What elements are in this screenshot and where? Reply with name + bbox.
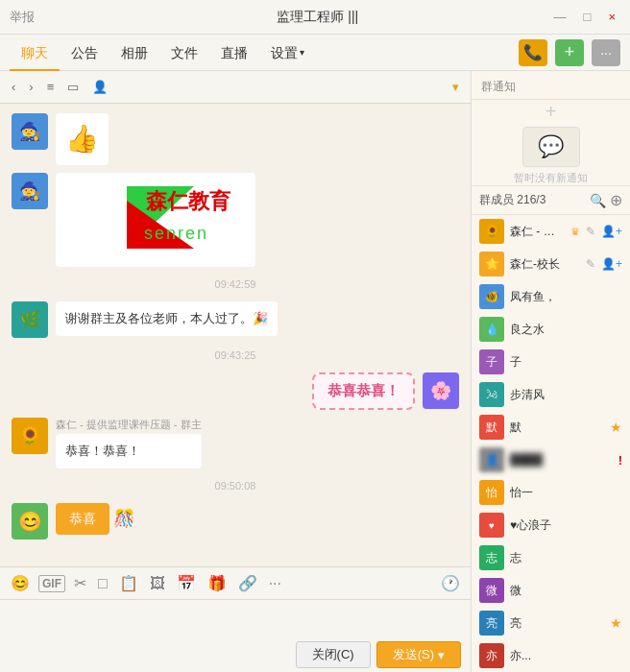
link-btn[interactable]: 🔗	[235, 572, 260, 594]
nav-file[interactable]: 文件	[159, 35, 209, 71]
member-item[interactable]: 🐠 凤有鱼，	[472, 280, 630, 313]
member-avatar: 默	[479, 415, 504, 440]
member-avatar: 🌟	[479, 252, 504, 276]
maximize-btn[interactable]: □	[579, 8, 596, 26]
member-avatar: 志	[479, 545, 504, 570]
forward-btn[interactable]: ›	[25, 78, 36, 96]
nav-notice[interactable]: 公告	[60, 35, 109, 71]
input-toolbar: 😊 GIF ✂ □ 📋 🖼 📅 🎁 🔗 ··· 🕐	[0, 567, 471, 600]
member-item[interactable]: 🌟 森仁-校长 ✎ 👤+	[472, 248, 630, 280]
nav-album[interactable]: 相册	[109, 35, 159, 71]
member-item[interactable]: 💧 良之水	[472, 313, 630, 346]
member-avatar: 🌻	[479, 219, 504, 244]
member-name: 亦...	[510, 648, 622, 664]
minimize-btn[interactable]: —	[549, 8, 571, 26]
menu-btn[interactable]: ≡	[43, 78, 59, 96]
window-title: 监理工程师 |||	[86, 9, 549, 26]
right-panel: 群通知 + 💬 暂时没有新通知 群成员 216/3 🔍 ⊕ 🌻 森仁 - 提供监…	[472, 71, 630, 672]
celebrate-emoji: 🎊	[113, 508, 134, 529]
image-btn[interactable]: 🖼	[147, 573, 168, 594]
msg-content-leader: 森仁 - 提供监理课件压题 - 群主 恭喜！恭喜！	[56, 418, 202, 468]
msg-content-congrats: 恭喜恭喜！	[312, 372, 415, 410]
call-btn[interactable]: 📞	[519, 39, 547, 66]
send-button[interactable]: 发送(S) ▾	[376, 641, 461, 668]
member-item[interactable]: 🌬 步清风	[472, 378, 630, 411]
gift-btn[interactable]: 🎁	[205, 572, 230, 594]
member-item[interactable]: 志 志	[472, 541, 630, 574]
member-add-icon[interactable]: 👤+	[601, 225, 622, 238]
star-icon: ★	[610, 420, 622, 435]
msg-time-3: 09:50:08	[12, 480, 459, 492]
msg-content: 👍	[56, 113, 109, 165]
svg-text:森仁教育: 森仁教育	[145, 188, 231, 213]
member-avatar: 💧	[479, 317, 504, 342]
more-input-btn[interactable]: ···	[266, 573, 284, 594]
member-name: 森仁-校长	[510, 256, 580, 273]
member-avatar: 子	[479, 349, 504, 374]
member-avatar: ♥	[479, 513, 504, 538]
message-row-thanks: 🌿 谢谢群主及各位老师，本人过了。🎉	[12, 301, 459, 338]
member-item[interactable]: 怡 怡一	[472, 476, 630, 509]
member-item[interactable]: 👤 ████ !	[472, 444, 630, 476]
avatar-purple: 🌸	[423, 372, 459, 409]
edit-icon[interactable]: ✎	[586, 225, 595, 238]
edit-icon[interactable]: ✎	[586, 257, 595, 271]
clipboard-btn[interactable]: 📋	[116, 572, 141, 594]
emoji-btn[interactable]: 😊	[8, 572, 33, 594]
msg-content-thanks: 谢谢群主及各位老师，本人过了。🎉	[56, 301, 278, 336]
member-item[interactable]: 默 默 ★	[472, 411, 630, 444]
window-btn[interactable]: ▭	[63, 78, 83, 96]
time-btn[interactable]: 🕐	[438, 572, 463, 594]
notification-title: 群通知	[472, 71, 630, 100]
message-input[interactable]	[0, 600, 471, 637]
chat-toolbar: ‹ › ≡ ▭ 👤 ▾	[0, 71, 471, 104]
member-name: 默	[510, 420, 604, 436]
more-btn[interactable]: ···	[592, 39, 620, 66]
member-name: 亮	[510, 615, 604, 632]
input-area: 😊 GIF ✂ □ 📋 🖼 📅 🎁 🔗 ··· 🕐 关闭(C) 发送(S) ▾	[0, 566, 471, 672]
avatar-toolbar-btn[interactable]: 👤	[88, 78, 111, 96]
senren-logo-svg: 森仁教育 senren	[69, 181, 242, 258]
member-item[interactable]: 微 微	[472, 574, 630, 607]
member-avatar: 👤	[479, 447, 504, 472]
member-item[interactable]: 亮 亮 ★	[472, 607, 630, 639]
close-btn[interactable]: ×	[603, 8, 620, 26]
chat-messages: 🧙 👍 🧙	[0, 104, 471, 566]
notif-add-icon[interactable]: +	[545, 101, 557, 123]
scroll-down-btn[interactable]: ▾	[448, 78, 463, 96]
members-header: 群成员 216/3 🔍 ⊕	[472, 186, 630, 215]
back-btn[interactable]: ‹	[8, 78, 19, 96]
nav-bar: 聊天 公告 相册 文件 直播 设置 ▾ 📞 + ···	[0, 35, 630, 71]
title-bar: 举报 监理工程师 ||| — □ ×	[0, 0, 630, 35]
report-label[interactable]: 举报	[10, 9, 86, 26]
close-button[interactable]: 关闭(C)	[296, 641, 371, 668]
avatar-orange: 🌻	[12, 418, 48, 454]
member-avatar: 亦	[479, 643, 504, 668]
msg-content-logo: 森仁教育 senren	[56, 173, 255, 267]
avatar-green: 😊	[12, 503, 48, 540]
calendar-btn[interactable]: 📅	[174, 572, 199, 594]
member-item[interactable]: ♥ ♥心浪子	[472, 509, 630, 541]
add-btn[interactable]: +	[555, 39, 584, 66]
msg-content-celebrate: 恭喜 🎊	[56, 503, 134, 535]
message-row-group-leader: 🌻 森仁 - 提供监理课件压题 - 群主 恭喜！恭喜！	[12, 418, 459, 468]
scissors-btn[interactable]: ✂	[71, 572, 89, 594]
members-search-icon[interactable]: 🔍	[590, 193, 606, 208]
crown-icon: ♛	[570, 226, 580, 238]
member-name: 森仁 - 提供监理	[510, 224, 565, 240]
members-count: 群成员 216/3	[479, 192, 586, 208]
gif-btn[interactable]: GIF	[38, 575, 65, 592]
nav-live[interactable]: 直播	[209, 35, 259, 71]
nav-chat[interactable]: 聊天	[10, 35, 60, 71]
member-name: ████	[510, 453, 613, 467]
member-item[interactable]: 🌻 森仁 - 提供监理 ♛ ✎ 👤+	[472, 215, 630, 248]
avatar: 🧙	[12, 173, 48, 209]
member-avatar: 微	[479, 578, 504, 603]
file-btn[interactable]: □	[95, 573, 110, 594]
msg-bubble-celebrate: 恭喜	[56, 503, 109, 535]
member-add2-icon[interactable]: 👤+	[601, 257, 622, 271]
member-item[interactable]: 亦 亦...	[472, 639, 630, 672]
member-item[interactable]: 子 子	[472, 346, 630, 378]
members-add-icon[interactable]: ⊕	[610, 191, 622, 209]
nav-settings[interactable]: 设置 ▾	[259, 35, 316, 71]
